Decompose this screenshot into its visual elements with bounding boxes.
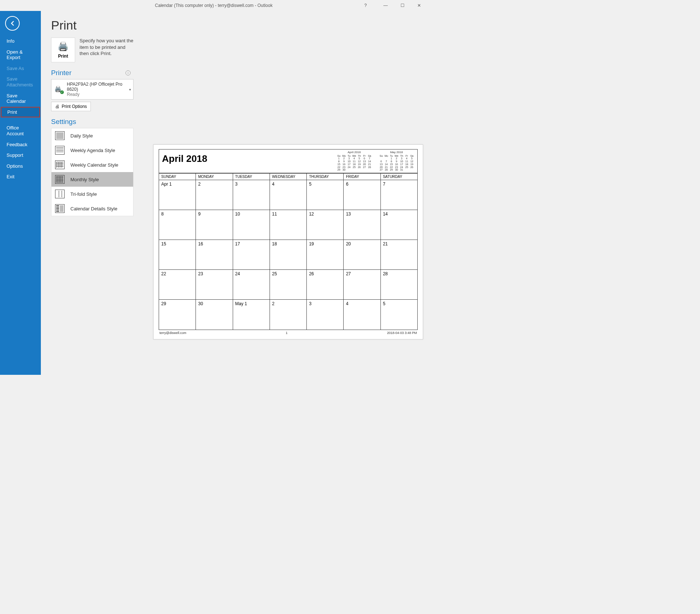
printer-small-icon: 🖨: [55, 104, 59, 109]
dow-header: WEDNESDAY: [270, 174, 307, 180]
calendar-day: 10: [233, 210, 270, 240]
style-option-label: Daily Style: [70, 133, 93, 139]
calendar-day: 24: [233, 270, 270, 299]
style-option-daily[interactable]: Daily Style: [51, 128, 133, 143]
dow-header: THURSDAY: [307, 174, 344, 180]
close-button[interactable]: ✕: [411, 0, 428, 11]
sidebar-item-exit[interactable]: Exit: [0, 171, 41, 182]
calendar-week: Apr 1234567: [159, 180, 417, 210]
calendar-day: 11: [270, 210, 307, 240]
calendar-day: 2: [270, 300, 307, 330]
style-option-label: Monthly Style: [70, 177, 99, 182]
calendar-day: 28: [381, 270, 417, 299]
back-button[interactable]: [5, 16, 20, 31]
calendar-day: 3: [233, 180, 270, 210]
agenda-icon: [55, 146, 65, 155]
sidebar-item-options[interactable]: Options: [0, 161, 41, 172]
minimize-button[interactable]: —: [377, 0, 394, 11]
printer-dropdown[interactable]: 🖨️✓ HPA2F9A2 (HP Officejet Pro 8620) Rea…: [51, 79, 134, 100]
calendar-title: April 2018: [159, 149, 336, 173]
calendar-day: 26: [307, 270, 344, 299]
sidebar-item-feedback[interactable]: Feedback: [0, 139, 41, 150]
window-title: Calendar (This computer only) - terry@di…: [155, 3, 272, 8]
printer-status-icon: 🖨️✓: [54, 85, 63, 93]
style-option-details[interactable]: Calendar Details Style: [51, 201, 133, 216]
dow-header: MONDAY: [196, 174, 233, 180]
printer-icon: 🖨️: [58, 41, 69, 51]
calendar-day: 22: [159, 270, 196, 299]
calendar-day: 6: [344, 180, 380, 210]
footer-right: 2018-04-03 3:48 PM: [387, 331, 417, 335]
printer-name: HPA2F9A2 (HP Officejet Pro 8620): [67, 82, 130, 92]
calendar-day: 30: [196, 300, 233, 330]
style-option-weekcal[interactable]: Weekly Calendar Style: [51, 158, 133, 172]
calendar-day: May 1: [233, 300, 270, 330]
sidebar-item-print[interactable]: Print: [1, 107, 40, 118]
calendar-day: 5: [307, 180, 344, 210]
monthly-icon: [55, 175, 65, 184]
print-options-label: Print Options: [62, 104, 87, 109]
calendar-day: 23: [196, 270, 233, 299]
style-option-label: Weekly Agenda Style: [70, 148, 115, 153]
details-icon: [55, 204, 65, 213]
print-preview: April 2018 April 2018SuMoTuWeThFrSa12345…: [153, 144, 423, 339]
footer-center: 1: [286, 331, 287, 335]
sidebar-item-office-account[interactable]: OfficeAccount: [0, 123, 41, 139]
calendar-day: 14: [381, 210, 417, 240]
print-options-button[interactable]: 🖨 Print Options: [51, 102, 91, 111]
dow-header: TUESDAY: [233, 174, 270, 180]
weekcal-icon: [55, 160, 65, 169]
calendar-day: 21: [381, 240, 417, 269]
dow-header: SATURDAY: [381, 174, 417, 180]
sidebar-item-save-calendar[interactable]: Save Calendar: [0, 90, 41, 107]
backstage-sidebar: InfoOpen & ExportSave AsSave Attachments…: [0, 11, 41, 375]
calendar-day: 18: [270, 240, 307, 269]
sidebar-item-save-attachments: Save Attachments: [0, 74, 41, 90]
help-button[interactable]: ?: [358, 0, 373, 11]
style-option-label: Calendar Details Style: [70, 206, 117, 211]
calendar-week: 891011121314: [159, 210, 417, 240]
maximize-button[interactable]: ☐: [394, 0, 411, 11]
calendar-day: 4: [270, 180, 307, 210]
info-icon[interactable]: i: [125, 70, 131, 75]
dow-header: SUNDAY: [159, 174, 196, 180]
calendar-day: 20: [344, 240, 380, 269]
trifold-icon: [55, 190, 65, 198]
sidebar-item-support[interactable]: Support: [0, 150, 41, 161]
printer-status: Ready: [67, 92, 130, 97]
mini-cal-title: April 2018: [336, 151, 372, 154]
calendar-day: 5: [381, 300, 417, 330]
calendar-day: 27: [344, 270, 380, 299]
settings-heading: Settings: [51, 118, 76, 126]
sidebar-item-info[interactable]: Info: [0, 36, 41, 47]
style-option-agenda[interactable]: Weekly Agenda Style: [51, 143, 133, 158]
print-description: Specify how you want the item to be prin…: [80, 38, 139, 62]
calendar-day: 15: [159, 240, 196, 269]
sidebar-item-open-export[interactable]: Open & Export: [0, 47, 41, 63]
calendar-day: Apr 1: [159, 180, 196, 210]
style-option-monthly[interactable]: Monthly Style: [51, 172, 133, 187]
calendar-day: 8: [159, 210, 196, 240]
calendar-day: 13: [344, 210, 380, 240]
printer-heading: Printer: [51, 69, 71, 77]
footer-left: terry@diswell.com: [159, 331, 186, 335]
chevron-down-icon: ▾: [129, 88, 131, 92]
mini-cal-title: May 2018: [379, 151, 414, 154]
title-bar: Calendar (This computer only) - terry@di…: [0, 0, 428, 11]
calendar-week: 22232425262728: [159, 270, 417, 300]
calendar-day: 25: [270, 270, 307, 299]
calendar-day: 16: [196, 240, 233, 269]
style-option-trifold[interactable]: Tri-fold Style: [51, 187, 133, 201]
calendar-day: 7: [381, 180, 417, 210]
dow-header: FRIDAY: [344, 174, 380, 180]
calendar-week: 2930May 12345: [159, 300, 417, 330]
daily-icon: [55, 131, 65, 140]
calendar-day: 17: [233, 240, 270, 269]
calendar-day: 19: [307, 240, 344, 269]
mini-calendar: April 2018SuMoTuWeThFrSa1234567891011121…: [336, 151, 372, 171]
calendar-week: 15161718192021: [159, 240, 417, 270]
mini-calendar: May 2018SuMoTuWeThFrSa123456789101112131…: [379, 151, 414, 171]
style-option-label: Weekly Calendar Style: [70, 162, 118, 168]
style-option-label: Tri-fold Style: [70, 191, 97, 197]
print-button[interactable]: 🖨️ Print: [51, 38, 75, 62]
